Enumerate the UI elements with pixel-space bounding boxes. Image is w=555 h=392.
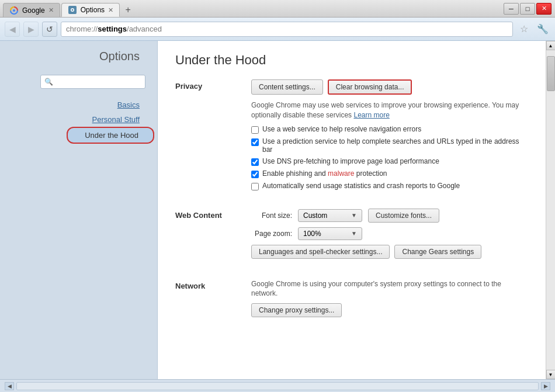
- font-size-row: Font size: Custom ▼ Customize fonts...: [251, 209, 528, 223]
- change-gears-button[interactable]: Change Gears settings: [394, 245, 481, 259]
- checkbox-nav-errors-input[interactable]: [251, 126, 259, 134]
- web-content-content: Font size: Custom ▼ Customize fonts... P…: [251, 209, 528, 265]
- font-size-label: Font size:: [251, 211, 292, 220]
- search-icon: 🔍: [44, 78, 53, 86]
- tab-options-close[interactable]: ✕: [108, 6, 113, 14]
- status-bar: ◀ ▶: [0, 379, 555, 392]
- tab-google-label: Google: [22, 6, 45, 15]
- sidebar-nav: Basics Personal Stuff Under the Hood: [0, 98, 157, 144]
- checkbox-nav-errors: Use a web service to help resolve naviga…: [251, 125, 528, 134]
- network-desc: Google Chrome is using your computer's s…: [251, 279, 528, 299]
- checkbox-dns: Use DNS pre-fetching to improve page loa…: [251, 157, 528, 166]
- network-label: Network: [175, 279, 251, 318]
- checkbox-phishing: Enable phishing and malware protection: [251, 169, 528, 178]
- scroll-down-button[interactable]: ▼: [546, 370, 556, 379]
- horizontal-scrollbar[interactable]: [16, 382, 539, 390]
- clear-browsing-button[interactable]: Clear browsing data...: [328, 79, 412, 95]
- tab-options-label: Options: [81, 6, 105, 14]
- back-icon: ◀: [9, 25, 16, 34]
- privacy-content: Content settings... Clear browsing data.…: [251, 79, 528, 194]
- scroll-up-button[interactable]: ▲: [546, 41, 556, 50]
- checkbox-prediction: Use a prediction service to help complet…: [251, 137, 528, 154]
- wrench-button[interactable]: 🔧: [535, 22, 550, 37]
- forward-button[interactable]: ▶: [23, 22, 39, 37]
- web-content-label: Web Content: [175, 209, 251, 265]
- svg-point-4: [71, 9, 73, 11]
- web-content-section: Web Content Font size: Custom ▼ Customiz…: [175, 209, 528, 265]
- privacy-label: Privacy: [175, 79, 251, 194]
- privacy-buttons: Content settings... Clear browsing data.…: [251, 79, 528, 95]
- font-size-select[interactable]: Custom ▼: [298, 209, 362, 222]
- svg-point-1: [13, 9, 15, 12]
- options-favicon-icon: [68, 5, 77, 15]
- refresh-button[interactable]: ↺: [42, 22, 57, 37]
- checkbox-phishing-input[interactable]: [251, 171, 259, 178]
- privacy-desc: Google Chrome may use web services to im…: [251, 100, 528, 120]
- sidebar-title: Options: [99, 50, 157, 63]
- page-title: Under the Hood: [175, 53, 528, 68]
- checkbox-usage-stats-input[interactable]: [251, 183, 259, 190]
- customize-fonts-button[interactable]: Customize fonts...: [368, 209, 439, 223]
- search-box[interactable]: 🔍: [40, 75, 145, 89]
- h-scroll-left[interactable]: ◀: [5, 382, 14, 390]
- wrench-icon: 🔧: [537, 23, 549, 34]
- page-zoom-label: Page zoom:: [251, 230, 292, 238]
- sidebar-item-hood[interactable]: Under the Hood: [67, 127, 154, 144]
- google-favicon-icon: [9, 6, 19, 15]
- checkbox-dns-input[interactable]: [251, 158, 259, 166]
- checkbox-prediction-input[interactable]: [251, 138, 259, 146]
- page-zoom-row: Page zoom: 100% ▼: [251, 227, 528, 240]
- font-size-arrow-icon: ▼: [351, 212, 357, 218]
- languages-button[interactable]: Languages and spell-checker settings...: [251, 245, 390, 259]
- privacy-section: Privacy Content settings... Clear browsi…: [175, 79, 528, 194]
- close-button[interactable]: ✕: [536, 3, 551, 15]
- main-content: Under the Hood Privacy Content settings.…: [158, 41, 546, 379]
- sidebar-item-basics[interactable]: Basics: [0, 98, 157, 112]
- tab-google[interactable]: Google ✕: [3, 3, 60, 17]
- tabs-area: Google ✕ Options ✕ +: [0, 0, 504, 17]
- web-content-buttons: Languages and spell-checker settings... …: [251, 245, 528, 259]
- back-button[interactable]: ◀: [5, 22, 20, 37]
- refresh-icon: ↺: [46, 25, 53, 34]
- scroll-track[interactable]: [546, 50, 555, 370]
- forward-icon: ▶: [28, 25, 34, 34]
- address-text: chrome://settings/advanced: [66, 25, 162, 33]
- page-zoom-select[interactable]: 100% ▼: [298, 227, 362, 240]
- window-controls: ─ □ ✕: [504, 0, 555, 17]
- browser-toolbar: ◀ ▶ ↺ chrome://settings/advanced ☆ 🔧: [0, 18, 555, 41]
- learn-more-link[interactable]: Learn more: [353, 111, 389, 119]
- minimize-button[interactable]: ─: [504, 3, 519, 15]
- address-bar[interactable]: chrome://settings/advanced: [61, 22, 513, 37]
- content-settings-button[interactable]: Content settings...: [251, 79, 323, 95]
- network-section: Network Google Chrome is using your comp…: [175, 279, 528, 318]
- network-content: Google Chrome is using your computer's s…: [251, 279, 528, 318]
- sidebar-item-personal[interactable]: Personal Stuff: [0, 112, 157, 127]
- checkbox-usage-stats: Automatically send usage statistics and …: [251, 182, 528, 190]
- tab-options[interactable]: Options ✕: [61, 3, 120, 17]
- bookmark-button[interactable]: ☆: [516, 22, 532, 37]
- scrollbar: ▲ ▼: [546, 41, 555, 379]
- page-zoom-arrow-icon: ▼: [351, 230, 357, 237]
- new-tab-button[interactable]: +: [121, 3, 135, 17]
- change-proxy-button[interactable]: Change proxy settings...: [251, 303, 342, 317]
- sidebar: Options 🔍 Basics Personal Stuff Under th…: [0, 41, 158, 379]
- h-scroll-right[interactable]: ▶: [541, 382, 550, 390]
- title-bar: Google ✕ Options ✕ + ─ □ ✕: [0, 0, 555, 18]
- scroll-thumb[interactable]: [547, 56, 555, 91]
- star-icon: ☆: [520, 23, 528, 34]
- maximize-button[interactable]: □: [520, 3, 535, 15]
- tab-google-close[interactable]: ✕: [48, 6, 54, 14]
